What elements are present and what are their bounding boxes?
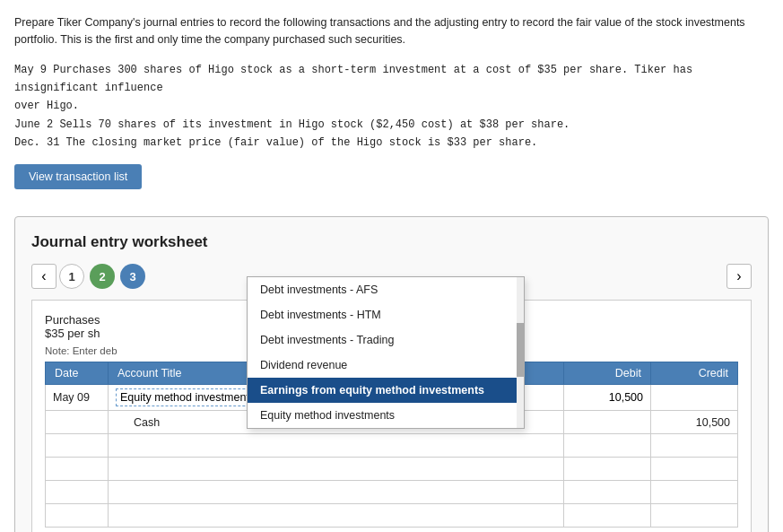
step-3-circle[interactable]: 3 bbox=[120, 264, 145, 289]
nav-row: ‹ 1 2 3 Debt investments - AFS Debt inve… bbox=[31, 264, 752, 289]
worksheet-container: Journal entry worksheet ‹ 1 2 3 Debt inv… bbox=[14, 216, 769, 532]
step-1-circle[interactable]: 1 bbox=[59, 264, 84, 289]
credit-cell-2 bbox=[651, 434, 738, 458]
dropdown-item-4-highlighted[interactable]: Earnings from equity method investments bbox=[248, 378, 524, 403]
transactions-block: May 9 Purchases 300 shares of Higo stock… bbox=[14, 61, 769, 153]
dropdown-scrollbar[interactable] bbox=[517, 277, 524, 428]
debit-cell-5 bbox=[564, 504, 651, 528]
account-label-1: Cash bbox=[134, 416, 160, 429]
debit-cell-0 bbox=[564, 385, 651, 411]
credit-cell-0 bbox=[651, 385, 738, 411]
account-cell-3 bbox=[109, 458, 564, 481]
credit-input-0[interactable] bbox=[658, 391, 730, 404]
table-row-4 bbox=[46, 481, 738, 504]
col-header-date: Date bbox=[46, 362, 109, 385]
debit-cell-3 bbox=[564, 458, 651, 481]
credit-cell-1: 10,500 bbox=[651, 411, 738, 434]
description-line-1: Purchases bbox=[45, 313, 100, 327]
next-button[interactable]: › bbox=[726, 264, 752, 289]
date-cell-3 bbox=[46, 458, 109, 481]
credit-value-1: 10,500 bbox=[696, 416, 730, 429]
dropdown-menu: Debt investments - AFS Debt investments … bbox=[247, 276, 525, 429]
dropdown-item-0[interactable]: Debt investments - AFS bbox=[248, 277, 524, 302]
description-block: Purchases $35 per sh bbox=[45, 313, 100, 340]
credit-cell-4 bbox=[651, 481, 738, 504]
dropdown-item-1[interactable]: Debt investments - HTM bbox=[248, 302, 524, 327]
transaction-line-4: Dec. 31 The closing market price (fair v… bbox=[14, 134, 769, 152]
dropdown-item-5[interactable]: Equity method investments bbox=[248, 403, 524, 428]
prev-button[interactable]: ‹ bbox=[31, 264, 57, 289]
date-cell-2 bbox=[46, 434, 109, 458]
date-cell-1 bbox=[46, 411, 109, 434]
step-2-circle[interactable]: 2 bbox=[90, 264, 115, 289]
description-line-2: $35 per sh bbox=[45, 327, 100, 340]
col-header-debit: Debit bbox=[564, 362, 651, 385]
table-row-3 bbox=[46, 458, 738, 481]
view-transaction-list-button[interactable]: View transaction list bbox=[14, 164, 142, 189]
credit-cell-3 bbox=[651, 458, 738, 481]
transaction-line-2: over Higo. bbox=[14, 97, 769, 115]
account-cell-4 bbox=[109, 481, 564, 504]
date-cell-5 bbox=[46, 504, 109, 528]
account-cell-5 bbox=[109, 504, 564, 528]
account-cell-2 bbox=[109, 434, 564, 458]
table-row-2 bbox=[46, 434, 738, 458]
transaction-line-1: May 9 Purchases 300 shares of Higo stock… bbox=[14, 61, 769, 98]
debit-cell-4 bbox=[564, 481, 651, 504]
intro-text: Prepare Tiker Company's journal entries … bbox=[14, 14, 769, 48]
debit-input-0[interactable] bbox=[571, 391, 643, 404]
dropdown-item-2[interactable]: Debt investments - Trading bbox=[248, 327, 524, 353]
worksheet-title: Journal entry worksheet bbox=[31, 233, 752, 251]
credit-cell-5 bbox=[651, 504, 738, 528]
dropdown-item-3[interactable]: Dividend revenue bbox=[248, 353, 524, 378]
dropdown-scrollbar-thumb[interactable] bbox=[517, 323, 524, 377]
debit-input-1[interactable] bbox=[571, 416, 643, 429]
date-cell-4 bbox=[46, 481, 109, 504]
transaction-line-3: June 2 Sells 70 shares of its investment… bbox=[14, 116, 769, 134]
col-header-credit: Credit bbox=[651, 362, 738, 385]
debit-cell-2 bbox=[564, 434, 651, 458]
table-row-5 bbox=[46, 504, 738, 528]
date-cell-0: May 09 bbox=[46, 385, 109, 411]
debit-cell-1 bbox=[564, 411, 651, 434]
